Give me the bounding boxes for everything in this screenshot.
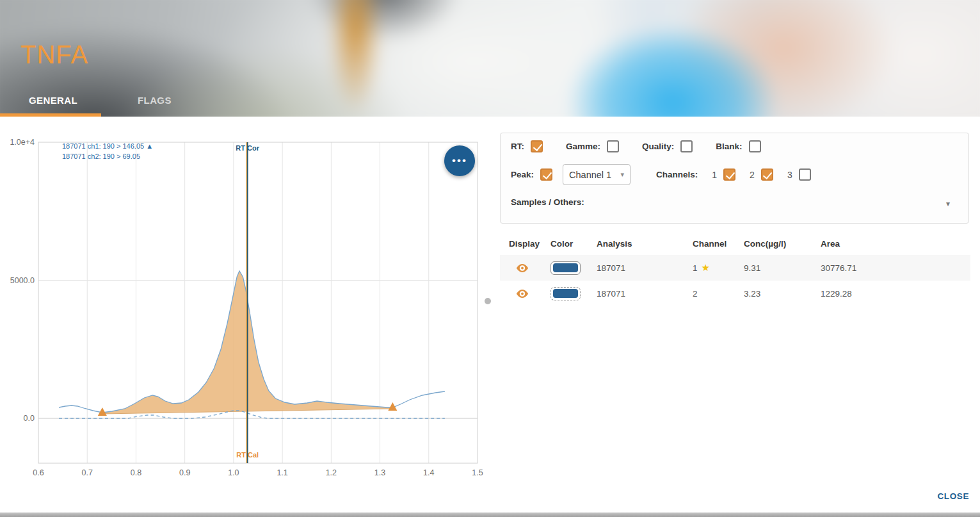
series-color-swatch[interactable]: [550, 287, 581, 300]
rt-cal-label: RT Cal: [236, 451, 259, 459]
chevron-down-icon: ▾: [621, 170, 625, 179]
channel-1-label: 1: [712, 170, 717, 180]
x-tick-label: 0.6: [33, 468, 44, 477]
filter-row-1: RT: Gamme: Quality: Blank:: [511, 140, 761, 152]
col-area: Area: [821, 239, 970, 249]
display-filters-card: RT: Gamme: Quality: Blank: Peak: Channel…: [500, 133, 969, 224]
col-conc: Conc(µg/l): [744, 239, 821, 249]
x-tick-label: 1.4: [423, 468, 434, 477]
rt-checkbox[interactable]: [531, 140, 543, 152]
filter-row-2: Peak: Channel 1 ▾ Channels: 1 2 3: [511, 164, 811, 185]
col-analysis: Analysis: [597, 239, 693, 249]
peak-checkbox[interactable]: [540, 168, 552, 181]
x-tick-label: 0.9: [179, 468, 190, 477]
analysis-id: 187071: [597, 289, 693, 299]
channel-2-checkbox[interactable]: [761, 168, 773, 181]
channel-select-value: Channel 1: [569, 170, 620, 180]
x-tick-label: 1.2: [326, 468, 337, 477]
chart-more-options-button[interactable]: •••: [444, 145, 475, 176]
rt-cor-label: RT Cor: [236, 144, 259, 152]
more-options-icon: •••: [452, 154, 467, 167]
x-tick-label: 1.3: [374, 468, 385, 477]
area-value: 30776.71: [821, 263, 970, 273]
blank-checkbox[interactable]: [749, 140, 761, 152]
channel-select[interactable]: Channel 1 ▾: [563, 164, 631, 185]
x-tick-label: 0.8: [131, 468, 141, 477]
page-title: TNFA: [20, 40, 88, 69]
conc-value: 9.31: [744, 263, 821, 273]
x-tick-label: 1.5: [472, 468, 483, 477]
col-channel: Channel: [693, 239, 744, 249]
col-color: Color: [550, 239, 597, 249]
gamme-checkbox-label: Gamme:: [566, 142, 600, 151]
legend-entry-ch2: 187071 ch2: 190 > 69.05: [62, 152, 140, 160]
chromatogram-chart[interactable]: 0.60.70.80.91.01.11.21.31.41.51.0e+45000…: [0, 117, 490, 517]
quality-checkbox[interactable]: [680, 140, 693, 152]
x-tick-label: 1.0: [228, 468, 239, 477]
area-value: 1229.28: [821, 289, 970, 299]
table-header-row: Display Color Analysis Channel Conc(µg/l…: [500, 232, 970, 255]
star-icon: ★: [702, 262, 710, 273]
channel-1-checkbox[interactable]: [723, 168, 735, 181]
conc-value: 3.23: [744, 289, 821, 299]
analysis-id: 187071: [597, 263, 693, 273]
header-banner: TNFA GENERAL FLAGS: [0, 0, 980, 117]
rt-checkbox-label: RT:: [511, 142, 524, 151]
legend-entry-ch1: 187071 ch1: 190 > 146.05 ▲: [62, 142, 153, 150]
visibility-eye-icon[interactable]: [515, 263, 550, 273]
series-color-fill: [553, 289, 578, 298]
table-row: 187071 1★ 9.31 30776.71: [500, 255, 970, 281]
samples-others-row[interactable]: Samples / Others: ▾: [511, 197, 959, 207]
peak-checkbox-label: Peak:: [511, 170, 534, 179]
channel-3-label: 3: [787, 170, 792, 180]
blank-checkbox-label: Blank:: [716, 142, 742, 151]
x-tick-label: 1.1: [277, 468, 287, 477]
channel-number: 2: [693, 289, 698, 299]
y-tick-label: 0.0: [24, 414, 35, 423]
x-tick-label: 0.7: [82, 468, 93, 477]
chevron-down-icon: ▾: [946, 199, 950, 208]
underlying-page-edge: [0, 513, 980, 517]
tab-general[interactable]: GENERAL: [29, 95, 77, 106]
channel-3-checkbox[interactable]: [799, 168, 811, 181]
series-color-fill: [553, 263, 578, 272]
tab-flags[interactable]: FLAGS: [138, 95, 172, 106]
y-tick-label: 1.0e+4: [10, 138, 35, 147]
samples-others-label: Samples / Others:: [511, 197, 584, 207]
channel-2-label: 2: [750, 170, 755, 180]
close-button[interactable]: CLOSE: [937, 491, 969, 501]
series-color-swatch[interactable]: [550, 261, 581, 275]
panel-splitter-handle[interactable]: [485, 298, 491, 304]
quality-checkbox-label: Quality:: [642, 142, 674, 151]
analysis-table: Display Color Analysis Channel Conc(µg/l…: [500, 232, 970, 306]
analyte-dialog: TNFA GENERAL FLAGS 0.60.70.80.91.01.11.2…: [0, 0, 980, 517]
table-row: 187071 2★ 3.23 1229.28: [500, 281, 970, 306]
gamme-checkbox[interactable]: [607, 140, 619, 152]
channel-cell: 1★: [693, 262, 744, 274]
channel-number: 1: [693, 263, 698, 273]
y-tick-label: 5000.0: [10, 276, 35, 285]
visibility-eye-icon[interactable]: [515, 289, 550, 299]
channel-cell: 2★: [693, 289, 744, 299]
col-display: Display: [509, 239, 550, 249]
channels-label: Channels:: [656, 170, 698, 179]
